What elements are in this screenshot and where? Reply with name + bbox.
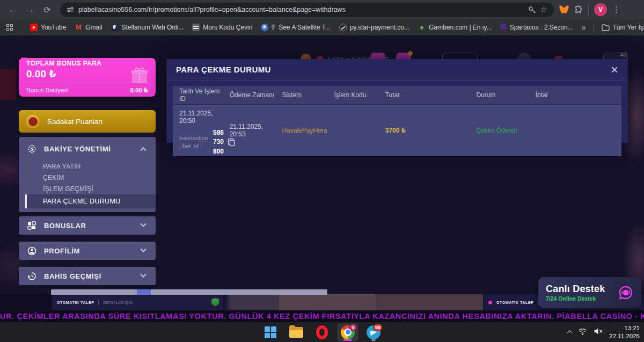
balance-management-header[interactable]: $ BAKİYE YÖNETİMİ xyxy=(19,137,156,161)
spartacus-flag-icon xyxy=(501,24,507,31)
promo-marquee: UR. ÇEKİMLER ARASINDA SÜRE KISITLAMASI Y… xyxy=(0,310,644,322)
apps-grid-icon[interactable] xyxy=(6,24,13,31)
bonuses-icon xyxy=(27,221,36,230)
modal-title: PARA ÇEKME DURUMU xyxy=(176,65,271,74)
file-explorer-icon xyxy=(289,327,303,338)
bookmark-youtube[interactable]: YouTube xyxy=(30,24,66,31)
chevron-up-icon xyxy=(140,147,146,153)
profile-header[interactable]: PROFİLİM xyxy=(19,242,156,260)
pink-dot-icon xyxy=(488,301,492,304)
bookmark-starpayment[interactable]: py.star-payment.co... xyxy=(339,24,409,31)
bet-history-panel: BAHİS GEÇMİŞİ xyxy=(19,267,156,285)
clock-date: 22.11.2025 xyxy=(609,332,640,340)
table-row: 21.11.2025, 20:50 transaction_bet_id : 5… xyxy=(173,105,621,156)
metamask-icon[interactable] xyxy=(559,5,569,14)
telegram-badge: 98 xyxy=(373,324,383,331)
cell-status: Çekim Ödendi xyxy=(470,105,529,156)
menu-item-withdraw-status[interactable]: PARA ÇEKME DURUMU xyxy=(25,194,156,208)
details-label: DETAYLAR İÇİN xyxy=(103,301,133,304)
col-header-transaction-code: İşlem Kodu xyxy=(327,91,378,99)
notification-count: 47 xyxy=(620,52,627,58)
live-support-widget[interactable]: Canlı Destek 7/24 Online Destek xyxy=(538,277,641,308)
bookmark-satellite[interactable]: See A Satellite T... xyxy=(261,24,331,31)
bookmark-stellarium[interactable]: Stellarium Web Onli... xyxy=(111,24,184,31)
cell-transaction-code xyxy=(327,105,378,156)
bonus-card: TOPLAM BONUS PARA 0.00 ₺ Bonus Bakiyesi … xyxy=(19,58,156,97)
auto-request-label: OTOMATİK TALEP xyxy=(57,301,94,304)
row-date: 21.11.2025, 20:50 xyxy=(179,110,223,125)
chevron-down-icon xyxy=(140,221,146,227)
bookmarks-bar: YouTube MGmail Stellarium Web Onli... Mo… xyxy=(0,19,644,35)
back-icon[interactable]: ← xyxy=(5,2,20,17)
coin-icon xyxy=(26,114,40,128)
address-bar[interactable]: piabellacasino556.com/tr/promotions/all?… xyxy=(60,3,554,17)
menu-item-deposit[interactable]: PARA YATIR xyxy=(26,161,156,172)
bet-history-label: BAHİS GEÇMİŞİ xyxy=(44,272,134,280)
cell-amount: 3700 ₺ xyxy=(379,105,470,156)
clock-time: 13:21 xyxy=(609,324,640,332)
file-explorer-button[interactable] xyxy=(286,323,307,341)
balance-management-panel: $ BAKİYE YÖNETİMİ PARA YATIR ÇEKİM İŞLEM… xyxy=(19,137,156,212)
windows-taskbar: V 98 13:21 22.11.2025 xyxy=(0,322,644,342)
bonuses-header[interactable]: BONUSLAR xyxy=(19,216,156,235)
taskbar-clock[interactable]: 13:21 22.11.2025 xyxy=(609,324,640,340)
browser-menu-icon[interactable]: ⋮ xyxy=(612,5,620,14)
balance-management-label: BAKİYE YÖNETİMİ xyxy=(44,145,134,153)
chevron-down-icon xyxy=(140,272,146,278)
bookmarks-overflow-icon[interactable]: » xyxy=(582,23,586,32)
svg-text:$: $ xyxy=(31,146,33,151)
loyalty-points-label: Sadakat Puanları xyxy=(47,118,103,126)
system-tray: 13:21 22.11.2025 xyxy=(568,322,640,342)
bonuses-label: BONUSLAR xyxy=(44,222,134,230)
chrome-active-indicator xyxy=(343,339,352,341)
withdraw-status-modal: PARA ÇEKME DURUMU × Tarih Ve İşlem ID Öd… xyxy=(166,59,628,143)
bonus-card-title: TOPLAM BONUS PARA xyxy=(26,60,148,67)
bookmarks-divider-2 xyxy=(594,23,594,32)
balance-submenu: PARA YATIR ÇEKİM İŞLEM GEÇMİŞİ PARA ÇEKM… xyxy=(19,161,156,212)
bookmark-mors[interactable]: Mors Kodu Çeviri xyxy=(192,24,252,31)
bonus-balance-value: 0.00 ₺ xyxy=(130,86,148,94)
gift-icon xyxy=(130,67,149,87)
url-text[interactable]: piabellacasino556.com/tr/promotions/all?… xyxy=(78,6,524,13)
forward-icon[interactable]: → xyxy=(23,2,38,17)
opera-icon xyxy=(316,325,328,339)
auto-request-banner-1: OTOMATİK TALEP DETAYLAR İÇİN xyxy=(53,294,223,310)
start-button[interactable] xyxy=(260,323,281,341)
col-header-status: Durum xyxy=(470,91,529,99)
reload-icon[interactable]: ⟳ xyxy=(40,2,55,17)
bookmarks-right: » Tüm Yer İşaretleri xyxy=(582,23,644,32)
gamben-icon: ♠ xyxy=(418,24,426,31)
bookmark-star-icon[interactable]: ☆ xyxy=(540,5,547,14)
menu-item-transaction-history[interactable]: İŞLEM GEÇMİŞİ xyxy=(26,183,156,194)
col-header-amount: Tutar xyxy=(379,91,470,99)
chat-icon[interactable] xyxy=(614,281,638,304)
opera-button[interactable] xyxy=(311,323,333,341)
bookmark-gamben[interactable]: ♠Gamben.com | En iy... xyxy=(418,24,492,31)
col-header-date-id: Tarih Ve İşlem ID xyxy=(173,88,223,103)
site-info-icon[interactable] xyxy=(67,6,74,13)
extensions-icon[interactable] xyxy=(574,5,583,14)
menu-item-withdraw[interactable]: ÇEKİM xyxy=(26,172,156,183)
bookmark-gmail[interactable]: MGmail xyxy=(75,24,102,31)
cell-date-id: 21.11.2025, 20:50 transaction_bet_id : 5… xyxy=(173,105,223,156)
bookmark-spartacus[interactable]: Spartacus : 2.Sezon... xyxy=(501,24,573,31)
hidden-icons-chevron[interactable] xyxy=(567,330,573,336)
telegram-button[interactable]: 98 xyxy=(363,323,384,341)
chrome-profile-badge: V xyxy=(349,324,357,331)
transaction-id-value: 586 730 800 xyxy=(213,128,224,156)
loyalty-points-button[interactable]: Sadakat Puanları xyxy=(19,110,156,133)
chrome-button[interactable]: V xyxy=(337,323,358,341)
auto-request-label: OTOMATİK TALEP xyxy=(496,301,533,304)
chevron-down-icon xyxy=(140,246,146,252)
close-icon[interactable]: × xyxy=(611,64,618,75)
all-bookmarks-button[interactable]: Tüm Yer İşaretleri xyxy=(602,24,644,31)
profile-icon xyxy=(27,246,36,256)
wifi-icon[interactable] xyxy=(578,328,587,337)
browser-toolbar: ← → ⟳ piabellacasino556.com/tr/promotion… xyxy=(0,0,644,19)
bet-history-header[interactable]: BAHİS GEÇMİŞİ xyxy=(19,267,156,285)
volume-muted-icon[interactable] xyxy=(594,328,603,337)
browser-profile-avatar[interactable]: V xyxy=(594,3,607,16)
password-key-icon[interactable] xyxy=(528,6,536,14)
profile-label: PROFİLİM xyxy=(44,247,134,255)
bonuses-panel: BONUSLAR xyxy=(19,216,156,235)
